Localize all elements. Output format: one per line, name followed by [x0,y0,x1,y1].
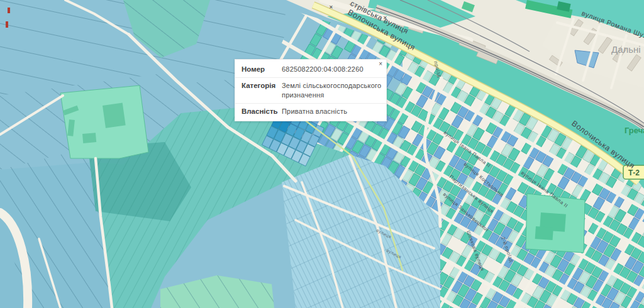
crossing-icon: ✕ [383,15,387,21]
info-value: 6825082200:04:008:2260 [282,65,382,74]
info-label: Власність [242,107,282,116]
map-view[interactable]: Т-2 Волочиська вулицяВолочиська вулицяву… [0,0,644,308]
place-label: Дальні [611,44,641,55]
info-row: Номер 6825082200:04:008:2260 [235,62,386,77]
info-row: Власність Приватна власність [235,103,386,119]
info-value: Землі сільськогосподарського призначення [282,81,382,100]
popup-close-button[interactable]: × [379,60,382,68]
info-label: Номер [242,65,282,74]
info-label: Категорія [242,81,282,100]
road-badge: Т-2 [623,165,644,179]
road-badge-label: Т-2 [628,168,640,177]
info-value: Приватна власність [282,107,382,116]
crossing-icon: ✕ [329,4,333,10]
map-canvas[interactable]: Т-2 Волочиська вулицяВолочиська вулицяву… [0,0,644,308]
info-row: Категорія Землі сільськогосподарського п… [235,77,386,103]
parcel-info-popup: × Номер 6825082200:04:008:2260 Категорія… [235,59,387,121]
place-label: Гречани [625,126,644,135]
